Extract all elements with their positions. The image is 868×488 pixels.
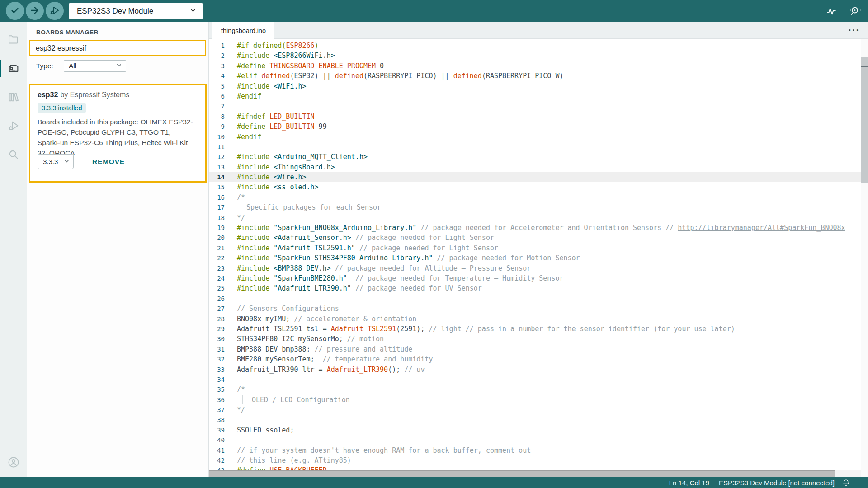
code-token: Adafruit_TSL2591 tsl = (237, 325, 331, 333)
version-select[interactable]: 3.3.3 (38, 154, 74, 169)
code-line: 6#endif (209, 91, 868, 101)
sidebar-item-sketchbook[interactable] (7, 33, 20, 47)
code-token: <ss_oled.h> (274, 183, 318, 191)
code-token: Adafruit_LTR390 (327, 366, 388, 374)
line-number: 8 (209, 112, 231, 122)
sidebar-item-search[interactable] (7, 148, 20, 161)
person-circle-icon (7, 456, 20, 469)
code-token: "Adafruit_TSL2591.h" (274, 244, 355, 252)
cursor-position[interactable]: Ln 14, Col 19 (669, 479, 709, 487)
magnifier-dot-icon (849, 5, 861, 18)
tab-label: thingsboard.ino (221, 27, 266, 34)
line-number: 7 (209, 101, 231, 111)
line-number: 30 (209, 334, 231, 344)
code-token: <ESP8266WiFi.h> (274, 52, 335, 60)
folder-icon (7, 33, 20, 46)
overflow-menu-icon[interactable]: ··· (849, 22, 860, 38)
code-line: 2#include <ESP8266WiFi.h> (209, 51, 868, 61)
vertical-scrollbar[interactable] (861, 39, 868, 477)
tab-thingsboard-ino[interactable]: thingsboard.ino (212, 22, 274, 39)
verify-button[interactable] (6, 2, 24, 20)
code-token: BMP388_DEV bmp388; (237, 345, 315, 353)
editor-area: thingsboard.ino ··· 1#if defined(ESP8266… (209, 22, 868, 477)
code-token: #include (237, 183, 274, 191)
code-line: 14#include <Wire.h> (209, 172, 868, 182)
boards-search-input[interactable] (30, 41, 205, 55)
line-number: 21 (209, 243, 231, 253)
upload-button[interactable] (26, 2, 44, 20)
sidebar-item-library-manager[interactable] (7, 90, 20, 104)
package-name: esp32 (38, 91, 58, 99)
code-token: // this line (e.g. ATtiny85) (237, 456, 351, 465)
start-debugging-button[interactable] (46, 2, 64, 20)
line-number: 35 (209, 385, 231, 394)
code-token: #include (237, 82, 274, 90)
code-token: // package needed for Temperature – Humi… (347, 274, 564, 282)
code-token: defined (261, 72, 290, 80)
arduino-ide-window: ESP32S3 Dev Module (0, 0, 868, 488)
code-token: // package needed for Motion Sensor (433, 254, 580, 262)
notifications-button[interactable] (842, 479, 850, 487)
line-number: 2 (209, 51, 231, 61)
toolbar: ESP32S3 Dev Module (0, 0, 868, 22)
toolbar-right (825, 0, 862, 22)
line-number: 5 (209, 81, 231, 91)
code-line: 26 (209, 294, 868, 304)
board-selector-dropdown[interactable]: ESP32S3 Dev Module (69, 3, 203, 19)
code-token: #define (237, 466, 269, 470)
account-button[interactable] (7, 456, 20, 469)
code-line: 24#include "SparkFunBME280.h" // package… (209, 273, 868, 283)
code-token: // package needed for Light Sensor (355, 244, 498, 252)
code-token: #include (237, 254, 274, 262)
serial-plotter-button[interactable] (825, 5, 838, 18)
code-link[interactable]: http://librarymanager/All#SparkFun_BNO08… (678, 224, 845, 232)
activity-sidebar (0, 22, 27, 477)
code-token: // Sensors Configurations (237, 305, 339, 313)
code-token: "SparkFunBME280.h" (274, 274, 347, 282)
type-select[interactable]: All (64, 60, 126, 72)
code-token: USE_BACKBUFFER (269, 466, 326, 470)
code-line: 21#include "Adafruit_TSL2591.h" // packa… (209, 243, 868, 253)
package-author: by Espressif Systems (60, 91, 129, 99)
code-token: ) (315, 42, 319, 50)
code-line: 40 (209, 435, 868, 445)
line-number: 43 (209, 465, 231, 470)
scrollbar-corner (861, 470, 868, 477)
code-token (237, 203, 242, 212)
line-number: 25 (209, 283, 231, 293)
code-line: 36 OLED / LCD Configuration (209, 395, 868, 405)
code-token: defined (335, 72, 363, 80)
package-description: Boards included in this package: OLIMEX … (38, 117, 197, 158)
code-token: #include (237, 274, 274, 282)
code-line: 7 (209, 101, 868, 111)
line-number: 9 (209, 122, 231, 131)
chevron-down-icon (190, 7, 196, 15)
code-token: // temperature and humidity (323, 355, 433, 363)
vertical-scrollbar-thumb[interactable] (861, 57, 868, 183)
code-token: Adafruit_LTR390 ltr = (237, 366, 327, 374)
code-token: LED_BUILTIN (269, 122, 314, 131)
tab-bar: thingsboard.ino ··· (209, 22, 868, 39)
dev-board-icon (7, 62, 20, 75)
code-line: 19#include "SparkFun_BNO08x_Arduino_Libr… (209, 223, 868, 233)
line-number: 37 (209, 405, 231, 415)
remove-button[interactable]: REMOVE (92, 158, 125, 166)
books-icon (7, 91, 20, 103)
sidebar-item-debug[interactable] (7, 119, 20, 132)
code-token: #ifndef (237, 113, 269, 121)
line-number: 18 (209, 213, 231, 223)
code-token: 99 (315, 122, 327, 131)
package-title: esp32by Espressif Systems (38, 91, 198, 99)
line-number: 11 (209, 142, 231, 152)
bell-icon (842, 479, 850, 487)
code-token: LED_BUILTIN (269, 113, 314, 121)
code-line: 37*/ (209, 405, 868, 415)
line-number: 28 (209, 314, 231, 324)
serial-monitor-button[interactable] (848, 5, 862, 18)
code-editor[interactable]: 1#if defined(ESP8266)2#include <ESP8266W… (209, 39, 868, 470)
board-connection-status[interactable]: ESP32S3 Dev Module [not connected] (719, 479, 835, 487)
code-token: #include (237, 284, 274, 292)
horizontal-scrollbar[interactable] (209, 470, 861, 477)
horizontal-scrollbar-thumb[interactable] (209, 470, 835, 477)
sidebar-item-boards-manager[interactable] (7, 62, 20, 75)
